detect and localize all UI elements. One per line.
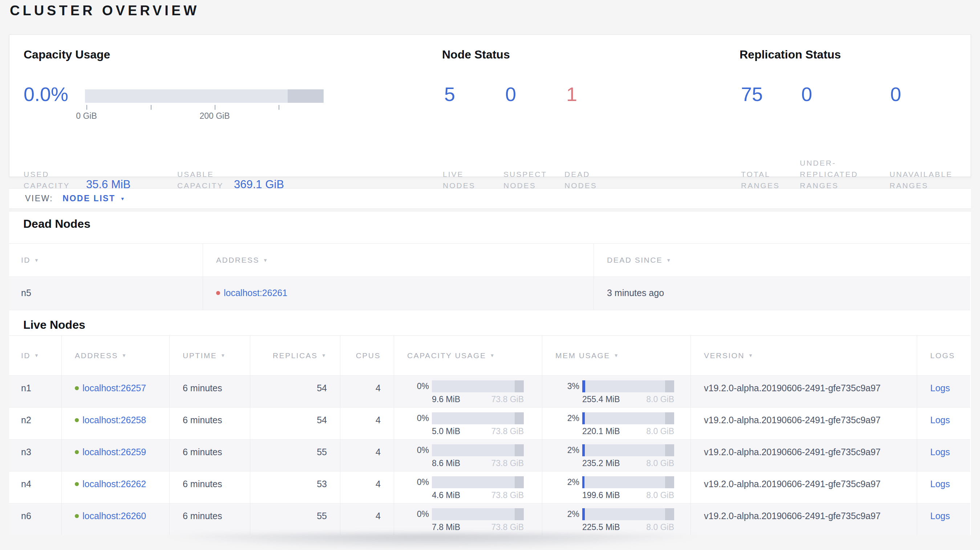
mem-percent: 2%: [563, 477, 579, 487]
axis-tick: [278, 105, 279, 110]
dead-nodes-section-heading: Dead Nodes: [23, 217, 91, 230]
cpus-cell: 4: [340, 504, 394, 535]
dead-col-id[interactable]: ID ▼: [9, 244, 203, 277]
live-col-mem-usage[interactable]: MEM USAGE ▼: [542, 335, 690, 375]
dead-status-dot-icon: [216, 291, 220, 295]
table-row: n2 localhost:26258 6 minutes 54 4 0%: [9, 407, 970, 439]
live-nodes-table: ID ▼ ADDRESS ▼ UPTIME ▼ REPLICAS ▼ CPUS …: [9, 335, 970, 535]
table-row: n6 localhost:26260 6 minutes 55 4 0%: [9, 503, 970, 535]
cluster-summary-card: Capacity Usage Node Status Replication S…: [9, 35, 971, 177]
node-address-cell: localhost:26257: [61, 376, 169, 407]
node-address-cell: localhost:26262: [61, 472, 169, 503]
live-nodes-table-header: ID ▼ ADDRESS ▼ UPTIME ▼ REPLICAS ▼ CPUS …: [9, 335, 970, 375]
capacity-percent: 0%: [412, 445, 429, 455]
node-address-link[interactable]: localhost:26262: [83, 479, 146, 490]
dead-nodes-count: 1: [566, 83, 577, 105]
capacity-used-value: 4.6 MiB: [432, 490, 460, 500]
uptime-cell: 6 minutes: [169, 440, 250, 471]
sort-desc-icon: ▼: [666, 258, 671, 263]
logs-link[interactable]: Logs: [930, 383, 950, 393]
mem-percent: 2%: [563, 445, 579, 455]
mem-total-value: 8.0 GiB: [646, 458, 674, 468]
capacity-total-value: 73.8 GiB: [492, 522, 524, 532]
sort-desc-icon: ▼: [34, 258, 40, 263]
sort-desc-icon: ▼: [321, 353, 327, 358]
mem-total-value: 8.0 GiB: [646, 490, 674, 500]
live-nodes-count: 5: [444, 83, 455, 105]
suspect-nodes-count: 0: [505, 83, 516, 105]
live-status-dot-icon: [75, 450, 79, 454]
live-status-dot-icon: [75, 482, 79, 486]
node-address-link[interactable]: localhost:26261: [224, 288, 287, 298]
mem-used-value: 199.6 MiB: [582, 490, 620, 500]
node-id-cell: n4: [9, 472, 61, 503]
dead-col-dead-since[interactable]: DEAD SINCE ▼: [593, 244, 970, 277]
mem-meter-bar: [582, 444, 674, 456]
capacity-total-value: 73.8 GiB: [492, 490, 524, 500]
chevron-down-icon: ▾: [121, 196, 124, 202]
logs-link[interactable]: Logs: [930, 511, 950, 521]
capacity-meter-bar: [432, 380, 524, 392]
capacity-meter-bar: [432, 412, 524, 424]
mem-usage-cell: 2% 220.1 MiB 8.0 GiB: [542, 408, 690, 439]
live-col-version[interactable]: VERSION ▼: [690, 335, 917, 375]
mem-percent: 2%: [563, 509, 579, 519]
under-replicated-ranges-count: 0: [801, 83, 812, 105]
capacity-total-value: 73.8 GiB: [492, 426, 524, 436]
mem-meter-bar: [582, 412, 674, 424]
unavailable-ranges-count: 0: [890, 83, 901, 105]
cpus-cell: 4: [340, 408, 394, 439]
used-capacity-label: USED CAPACITY: [24, 168, 70, 191]
live-status-dot-icon: [75, 418, 79, 422]
live-col-cpus[interactable]: CPUS: [340, 335, 394, 375]
dead-since-cell: 3 minutes ago: [593, 277, 970, 310]
uptime-cell: 6 minutes: [169, 376, 250, 407]
sort-desc-icon: ▼: [122, 353, 127, 358]
node-address-link[interactable]: localhost:26260: [83, 511, 146, 521]
capacity-meter-bar: [432, 476, 524, 488]
view-bar: VIEW: NODE LIST ▾: [9, 188, 971, 209]
table-row: n3 localhost:26259 6 minutes 55 4 0%: [9, 439, 970, 471]
capacity-percent: 0%: [412, 413, 429, 423]
live-col-address[interactable]: ADDRESS ▼: [61, 335, 169, 375]
replicas-cell: 54: [250, 408, 340, 439]
axis-tick: [151, 105, 151, 110]
live-col-replicas[interactable]: REPLICAS ▼: [250, 335, 340, 375]
capacity-bar-reserved-segment: [288, 89, 324, 103]
capacity-usage-cell: 0% 4.6 MiB 73.8 GiB: [394, 472, 542, 503]
mem-usage-cell: 2% 235.2 MiB 8.0 GiB: [542, 440, 690, 471]
node-address-link[interactable]: localhost:26257: [83, 383, 146, 393]
live-col-capacity-usage[interactable]: CAPACITY USAGE ▼: [394, 335, 542, 375]
live-col-uptime[interactable]: UPTIME ▼: [169, 335, 250, 375]
capacity-usage-cell: 0% 5.0 MiB 73.8 GiB: [394, 408, 542, 439]
live-status-dot-icon: [75, 386, 79, 390]
replicas-cell: 53: [250, 472, 340, 503]
dead-col-address[interactable]: ADDRESS ▼: [203, 244, 593, 277]
capacity-used-value: 9.6 MiB: [432, 394, 460, 404]
capacity-used-value: 5.0 MiB: [432, 426, 460, 436]
view-dropdown[interactable]: NODE LIST ▾: [62, 194, 124, 203]
sort-desc-icon: ▼: [748, 353, 754, 358]
capacity-percent: 0%: [412, 382, 429, 391]
live-col-id[interactable]: ID ▼: [9, 335, 61, 375]
logs-link[interactable]: Logs: [930, 447, 950, 457]
uptime-cell: 6 minutes: [169, 408, 250, 439]
unavailable-ranges-label: UNAVAILABLE RANGES: [889, 168, 952, 191]
replicas-cell: 55: [250, 504, 340, 535]
node-status-heading: Node Status: [442, 48, 510, 61]
mem-usage-cell: 2% 199.6 MiB 8.0 GiB: [542, 472, 690, 503]
nodes-sheet: Dead Nodes ID ▼ ADDRESS ▼ DEAD SINCE ▼ n…: [9, 211, 971, 535]
logs-link[interactable]: Logs: [930, 479, 950, 489]
mem-used-value: 220.1 MiB: [582, 426, 620, 436]
node-address-link[interactable]: localhost:26258: [83, 415, 146, 425]
sort-desc-icon: ▼: [263, 258, 269, 263]
logs-cell: Logs: [917, 408, 970, 439]
version-cell: v19.2.0-alpha.20190606-2491-gfe735c9a97: [690, 376, 917, 407]
live-nodes-section-heading: Live Nodes: [23, 318, 85, 332]
live-status-dot-icon: [75, 514, 79, 518]
logs-link[interactable]: Logs: [930, 415, 950, 425]
node-address-cell: localhost:26259: [61, 440, 169, 471]
node-address-cell: localhost:26260: [61, 504, 169, 535]
node-address-link[interactable]: localhost:26259: [83, 447, 146, 457]
axis-tick: [86, 105, 87, 110]
